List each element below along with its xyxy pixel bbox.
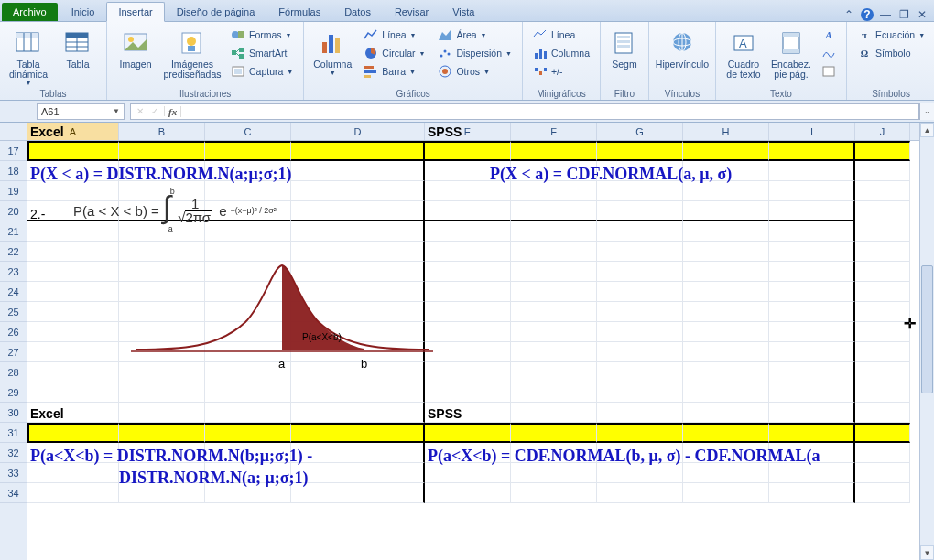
cell-G21[interactable] bbox=[597, 221, 683, 242]
cell-E20[interactable] bbox=[425, 201, 511, 221]
cell-H31[interactable] bbox=[683, 423, 769, 443]
cell-F27[interactable] bbox=[511, 342, 597, 362]
textbox-button[interactable]: A Cuadrode texto bbox=[722, 26, 766, 81]
row-header-24[interactable]: 24 bbox=[0, 282, 27, 302]
tab-formulas[interactable]: Fórmulas bbox=[266, 2, 332, 21]
column-header-H[interactable]: H bbox=[683, 123, 769, 140]
row-header-21[interactable]: 21 bbox=[0, 221, 27, 242]
cell-D29[interactable] bbox=[291, 382, 425, 403]
accept-formula-icon[interactable]: ✓ bbox=[147, 106, 162, 116]
cell-D33[interactable] bbox=[291, 463, 425, 483]
row-header-28[interactable]: 28 bbox=[0, 362, 27, 382]
line-chart-button[interactable]: Línea ▼ bbox=[359, 26, 429, 44]
cell-J32[interactable] bbox=[855, 443, 910, 463]
cell-I27[interactable] bbox=[769, 342, 855, 362]
object-button[interactable] bbox=[817, 62, 841, 81]
cell-I24[interactable] bbox=[769, 282, 855, 302]
tab-vista[interactable]: Vista bbox=[440, 2, 486, 21]
cell-A25[interactable] bbox=[27, 302, 119, 322]
pivot-table-button[interactable]: Tabladinámica▼ bbox=[5, 26, 51, 87]
cell-E34[interactable] bbox=[425, 483, 511, 503]
cell-J20[interactable] bbox=[855, 201, 910, 221]
row-header-31[interactable]: 31 bbox=[0, 423, 27, 443]
cell-A27[interactable] bbox=[27, 342, 119, 362]
cell-G26[interactable] bbox=[597, 322, 683, 342]
row-header-17[interactable]: 17 bbox=[0, 141, 27, 161]
cell-H17[interactable] bbox=[683, 141, 769, 161]
cell-E17[interactable] bbox=[425, 141, 511, 161]
tab-inicio[interactable]: Inicio bbox=[60, 2, 107, 21]
smartart-button[interactable]: SmartArt bbox=[226, 44, 298, 62]
cell-J28[interactable] bbox=[855, 362, 910, 382]
screenshot-button[interactable]: Captura ▼ bbox=[226, 62, 298, 81]
wordart-button[interactable]: A bbox=[817, 26, 841, 44]
cell-J22[interactable] bbox=[855, 242, 910, 262]
cell-D34[interactable] bbox=[291, 483, 425, 503]
row-header-20[interactable]: 20 bbox=[0, 201, 27, 221]
cell-I28[interactable] bbox=[769, 362, 855, 382]
cell-A34[interactable] bbox=[27, 483, 119, 503]
cell-F20[interactable] bbox=[511, 201, 597, 221]
cell-E31[interactable] bbox=[425, 423, 511, 443]
cell-J24[interactable] bbox=[855, 282, 910, 302]
chevron-down-icon[interactable]: ▼ bbox=[113, 107, 120, 115]
cell-D20[interactable] bbox=[291, 201, 425, 221]
cell-C21[interactable] bbox=[205, 221, 291, 242]
row-header-25[interactable]: 25 bbox=[0, 302, 27, 322]
column-header-D[interactable]: D bbox=[291, 123, 425, 140]
cell-H30[interactable] bbox=[683, 403, 769, 423]
cell-E26[interactable] bbox=[425, 322, 511, 342]
cell-H19[interactable] bbox=[683, 181, 769, 201]
scroll-down-icon[interactable]: ▼ bbox=[920, 545, 934, 560]
tab-datos[interactable]: Datos bbox=[332, 2, 383, 21]
cell-I23[interactable] bbox=[769, 262, 855, 282]
cell-I31[interactable] bbox=[769, 423, 855, 443]
cell-J31[interactable] bbox=[855, 423, 910, 443]
cell-A17[interactable] bbox=[27, 141, 119, 161]
cell-I19[interactable] bbox=[769, 181, 855, 201]
cell-D31[interactable] bbox=[291, 423, 425, 443]
fx-icon[interactable]: fx bbox=[165, 106, 181, 117]
cell-J27[interactable] bbox=[855, 342, 910, 362]
table-button[interactable]: Tabla bbox=[55, 26, 101, 70]
cell-C17[interactable] bbox=[205, 141, 291, 161]
cell-E23[interactable] bbox=[425, 262, 511, 282]
cell-C29[interactable] bbox=[205, 382, 291, 403]
cell-F34[interactable] bbox=[511, 483, 597, 503]
cell-G29[interactable] bbox=[597, 382, 683, 403]
cell-H21[interactable] bbox=[683, 221, 769, 242]
grid[interactable]: ABCDEFGHIJ Excel SPSS P(X < a) = DISTR.N… bbox=[27, 123, 919, 560]
row-header-22[interactable]: 22 bbox=[0, 242, 27, 262]
cell-J19[interactable] bbox=[855, 181, 910, 201]
cell-H29[interactable] bbox=[683, 382, 769, 403]
cell-G33[interactable] bbox=[597, 463, 683, 483]
cell-G17[interactable] bbox=[597, 141, 683, 161]
cell-J25[interactable] bbox=[855, 302, 910, 322]
cell-I20[interactable] bbox=[769, 201, 855, 221]
cell-G22[interactable] bbox=[597, 242, 683, 262]
tab-file[interactable]: Archivo bbox=[2, 3, 58, 21]
column-header-I[interactable]: I bbox=[769, 123, 855, 140]
cell-E24[interactable] bbox=[425, 282, 511, 302]
cell-G31[interactable] bbox=[597, 423, 683, 443]
shapes-button[interactable]: Formas ▼ bbox=[226, 26, 298, 44]
cell-I30[interactable] bbox=[769, 403, 855, 423]
hyperlink-button[interactable]: Hipervínculo bbox=[655, 26, 710, 70]
equation-button[interactable]: πEcuación ▼ bbox=[853, 26, 929, 44]
cell-D19[interactable] bbox=[291, 181, 425, 201]
row-header-29[interactable]: 29 bbox=[0, 382, 27, 403]
cell-F22[interactable] bbox=[511, 242, 597, 262]
cell-F30[interactable] bbox=[511, 403, 597, 423]
cell-I25[interactable] bbox=[769, 302, 855, 322]
cell-H33[interactable] bbox=[683, 463, 769, 483]
cell-G28[interactable] bbox=[597, 362, 683, 382]
cell-J17[interactable] bbox=[855, 141, 910, 161]
cell-G34[interactable] bbox=[597, 483, 683, 503]
row-header-27[interactable]: 27 bbox=[0, 342, 27, 362]
cell-F33[interactable] bbox=[511, 463, 597, 483]
column-header-F[interactable]: F bbox=[511, 123, 597, 140]
cell-G20[interactable] bbox=[597, 201, 683, 221]
cell-J21[interactable] bbox=[855, 221, 910, 242]
cell-A21[interactable] bbox=[27, 221, 119, 242]
cell-G25[interactable] bbox=[597, 302, 683, 322]
